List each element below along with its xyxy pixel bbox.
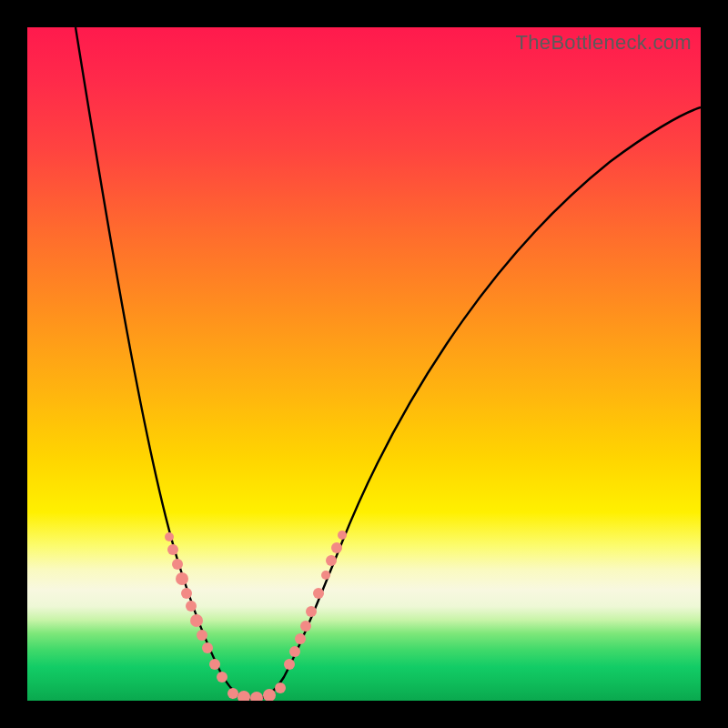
plot-area: TheBottleneck.com: [27, 27, 701, 701]
sample-dot: [167, 544, 178, 555]
sample-dot: [326, 555, 337, 566]
left-curve: [76, 27, 257, 699]
sample-dot: [295, 633, 306, 644]
sample-dot: [197, 630, 207, 641]
sample-dot: [172, 559, 183, 570]
sample-dot: [228, 688, 238, 699]
sample-dot: [275, 682, 286, 693]
curves-svg: [27, 27, 701, 701]
sample-dot: [238, 691, 250, 701]
sample-dot: [321, 571, 330, 580]
sample-dot: [250, 692, 263, 701]
sample-dot: [289, 646, 300, 657]
sample-dot: [306, 606, 317, 617]
sample-dot: [284, 659, 295, 670]
right-curve: [257, 107, 701, 699]
sample-dot: [217, 672, 228, 682]
sample-dot: [186, 601, 197, 612]
sample-dot: [181, 588, 192, 599]
sample-dot: [176, 572, 188, 585]
sample-dot: [190, 614, 203, 627]
sample-dot: [338, 531, 347, 540]
chart-frame: TheBottleneck.com: [0, 0, 728, 728]
sample-dot: [313, 588, 324, 599]
sample-dot: [209, 659, 220, 670]
sample-dot: [165, 532, 174, 541]
sample-dot: [331, 542, 342, 553]
sample-dot: [202, 642, 213, 653]
sample-dot: [300, 621, 311, 632]
